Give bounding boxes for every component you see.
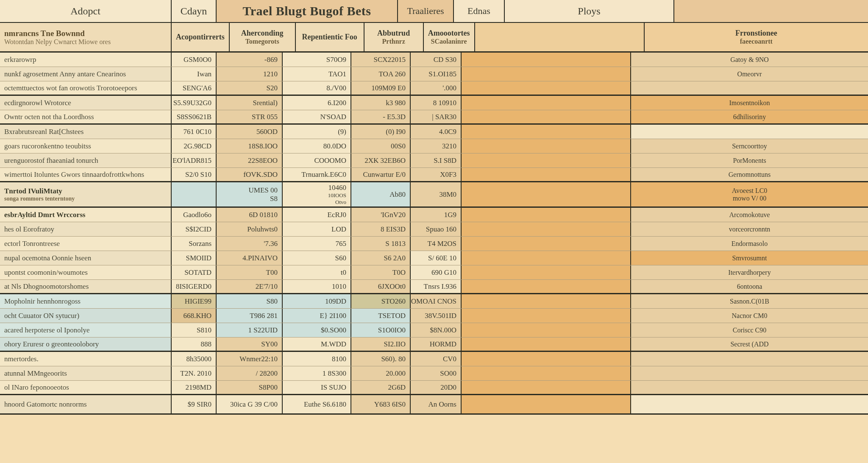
cell-c0[interactable]: upontst coomonin/woumotes bbox=[0, 265, 172, 279]
cell-c3[interactable]: (9) bbox=[283, 125, 351, 139]
cell-c4[interactable]: 'IGnV20 bbox=[351, 208, 411, 222]
cell-c1[interactable]: Sorzans bbox=[172, 237, 217, 251]
table-row[interactable]: hnoord Gatomortc nonrorms$9 SIR030ica G … bbox=[0, 395, 868, 415]
table-row[interactable]: wimerttoi Itoluntes Gwors tinnaardofrott… bbox=[0, 168, 868, 182]
cell-c7[interactable] bbox=[631, 366, 868, 380]
table-row[interactable]: acared herpoterse ol IponolyeS8101 S22UI… bbox=[0, 323, 868, 337]
cell-c3[interactable]: N'SOAD bbox=[283, 110, 351, 123]
cell-c7[interactable]: Coriscc C90 bbox=[631, 323, 868, 337]
cell-c5[interactable]: '.000 bbox=[411, 81, 462, 95]
cell-c3[interactable]: 8./V00 bbox=[283, 81, 351, 95]
cell-c7[interactable]: Nacnor CM0 bbox=[631, 309, 868, 323]
cell-c6[interactable] bbox=[462, 168, 631, 181]
cell-c3[interactable]: M.WDD bbox=[283, 337, 351, 351]
cell-c6[interactable] bbox=[462, 265, 631, 279]
cell-c6[interactable] bbox=[462, 237, 631, 251]
tab-ednas[interactable]: Ednas bbox=[454, 0, 505, 22]
cell-c2[interactable]: 4.PINAIVO bbox=[217, 251, 283, 265]
cell-c5[interactable]: An Oorns bbox=[411, 395, 462, 413]
tab-travelers[interactable]: Traalieres bbox=[398, 0, 454, 22]
cell-c6[interactable] bbox=[462, 81, 631, 95]
cell-c4[interactable]: SI2.IIO bbox=[351, 337, 411, 351]
cell-c2[interactable]: STR 055 bbox=[217, 110, 283, 123]
cell-c4[interactable]: (0) I90 bbox=[351, 125, 411, 139]
cell-c7[interactable]: vorceorcronntn bbox=[631, 222, 868, 236]
cell-c4[interactable]: S6 2A0 bbox=[351, 251, 411, 265]
cell-c3[interactable]: LOD bbox=[283, 222, 351, 236]
cell-c3[interactable]: 6.I200 bbox=[283, 96, 351, 110]
cell-c5[interactable]: | SAR30 bbox=[411, 110, 462, 123]
cell-c0[interactable]: ectorl Tonrontreese bbox=[0, 237, 172, 251]
tab-column[interactable]: Cdayn bbox=[172, 0, 217, 22]
cell-c4[interactable]: S1O0IO0 bbox=[351, 323, 411, 337]
cell-c1[interactable]: SOTATD bbox=[172, 265, 217, 279]
cell-c1[interactable]: S810 bbox=[172, 323, 217, 337]
table-row[interactable]: esbrAyltid Dmrt WrccorssGaodlo6o6D 01810… bbox=[0, 208, 868, 222]
cell-c5[interactable]: $8N.00O bbox=[411, 323, 462, 337]
cell-c1[interactable]: S$I2CID bbox=[172, 222, 217, 236]
cell-c4[interactable]: 2XK 32EB6O bbox=[351, 153, 411, 167]
cell-c4[interactable]: SCX22015 bbox=[351, 53, 411, 67]
cell-c2[interactable]: -869 bbox=[217, 53, 283, 67]
table-row[interactable]: ocht Cuuator ON sytucur)668.KHOT986 281E… bbox=[0, 309, 868, 323]
cell-c7[interactable]: Gatoy & 9NO bbox=[631, 53, 868, 67]
cell-c0[interactable]: erkrarowrp bbox=[0, 53, 172, 67]
cell-c2[interactable]: T00 bbox=[217, 265, 283, 279]
cell-c7[interactable]: Avoeest LC0mowo V/ 00 bbox=[631, 182, 868, 206]
cell-c3[interactable]: COOOMO bbox=[283, 153, 351, 167]
cell-c6[interactable] bbox=[462, 208, 631, 222]
cell-c5[interactable]: 20D0 bbox=[411, 381, 462, 394]
cell-c0[interactable]: ocht Cuuator ON sytucur) bbox=[0, 309, 172, 323]
cell-c6[interactable] bbox=[462, 294, 631, 308]
cell-c0[interactable]: Owntr octen not tha Loordhoss bbox=[0, 110, 172, 123]
cell-c0[interactable]: ohory Eruresr o greonteoolobory bbox=[0, 337, 172, 351]
cell-c0[interactable]: nunkf agrosetment Anny antare Cnearinos bbox=[0, 67, 172, 81]
cell-c6[interactable] bbox=[462, 125, 631, 139]
cell-c1[interactable]: Iwan bbox=[172, 67, 217, 81]
cell-c5[interactable]: Tnsrs I.936 bbox=[411, 280, 462, 293]
tab-account[interactable]: Adopct bbox=[0, 0, 172, 22]
cell-c3[interactable]: 80.0DO bbox=[283, 139, 351, 153]
cell-c0[interactable]: atunnal MMngeoorits bbox=[0, 366, 172, 380]
cell-c1[interactable]: S8SS0621B bbox=[172, 110, 217, 123]
cell-c2[interactable]: S20 bbox=[217, 81, 283, 95]
cell-c3[interactable]: Trnuarnk.E6C0 bbox=[283, 168, 351, 181]
cell-c5[interactable]: S.I S8D bbox=[411, 153, 462, 167]
cell-c5[interactable]: 4.0C9 bbox=[411, 125, 462, 139]
cell-c0[interactable]: wimerttoi Itoluntes Gwors tinnaardofrott… bbox=[0, 168, 172, 181]
cell-c0[interactable]: octemttuectos wot fan orowotis Trorotoee… bbox=[0, 81, 172, 95]
cell-c4[interactable]: TOA 260 bbox=[351, 67, 411, 81]
table-row[interactable]: ohory Eruresr o greonteoolobory888SY00M.… bbox=[0, 337, 868, 352]
cell-c4[interactable]: k3 980 bbox=[351, 96, 411, 110]
cell-c4[interactable]: Ab80 bbox=[351, 182, 411, 206]
cell-c4[interactable]: Y683 6IS0 bbox=[351, 395, 411, 413]
cell-c5[interactable]: HORMD bbox=[411, 337, 462, 351]
cell-c2[interactable]: UMES 00S8 bbox=[217, 182, 283, 206]
cell-c0[interactable]: Tnrtod IVuliMtatysonga rommors tenternto… bbox=[0, 182, 172, 206]
cell-c7[interactable]: Endormasolo bbox=[631, 237, 868, 251]
cell-c0[interactable]: ol INaro feponooeotos bbox=[0, 381, 172, 394]
cell-c5[interactable]: CV0 bbox=[411, 352, 462, 366]
cell-c7[interactable] bbox=[631, 352, 868, 366]
cell-c1[interactable]: 2198MD bbox=[172, 381, 217, 394]
cell-c1[interactable]: Gaodlo6o bbox=[172, 208, 217, 222]
cell-c2[interactable]: 6D 01810 bbox=[217, 208, 283, 222]
cell-c7[interactable]: Omeorvr bbox=[631, 67, 868, 81]
cell-c0[interactable]: at Nls Dhognoomotorshomes bbox=[0, 280, 172, 293]
cell-c1[interactable]: T2N. 2010 bbox=[172, 366, 217, 380]
cell-c3[interactable]: EcRJ0 bbox=[283, 208, 351, 222]
cell-c0[interactable]: Mopholnir hennhonrogoss bbox=[0, 294, 172, 308]
cell-c3[interactable]: 8100 bbox=[283, 352, 351, 366]
cell-c6[interactable] bbox=[462, 110, 631, 123]
cell-c2[interactable]: / 28200 bbox=[217, 366, 283, 380]
table-row[interactable]: at Nls Dhognoomotorshomes8ISIGERD02E'7/1… bbox=[0, 280, 868, 294]
cell-c7[interactable]: PorMonents bbox=[631, 153, 868, 167]
cell-c7[interactable]: Serncoorttoy bbox=[631, 139, 868, 153]
cell-c4[interactable]: T0O bbox=[351, 265, 411, 279]
tab-travel-budget[interactable]: Trael Blugt Bugof Bets bbox=[217, 0, 398, 22]
cell-c2[interactable]: Wnmer22:10 bbox=[217, 352, 283, 366]
cell-c2[interactable]: 30ica G 39 C/00 bbox=[217, 395, 283, 413]
cell-c5[interactable]: S1.OI185 bbox=[411, 67, 462, 81]
cell-c2[interactable]: '7.36 bbox=[217, 237, 283, 251]
table-row[interactable]: erkrarowrpGSM0O0-869S70O9SCX22015CD S30G… bbox=[0, 53, 868, 67]
